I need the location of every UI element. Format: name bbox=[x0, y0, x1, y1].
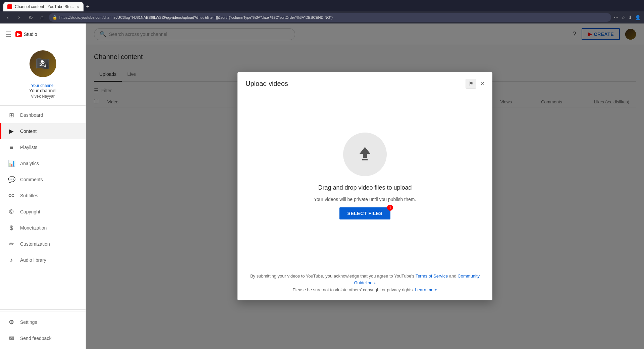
footer-line-1: By submitting your videos to YouTube, yo… bbox=[246, 273, 484, 287]
sidebar-item-label: Audio library bbox=[20, 257, 46, 263]
select-files-label: SELECT FILES bbox=[347, 211, 383, 216]
sidebar-item-playlists[interactable]: ≡ Playlists bbox=[0, 139, 86, 155]
subtitles-icon: CC bbox=[8, 193, 15, 198]
settings-icon: ⚙ bbox=[8, 318, 15, 326]
footer-line-2: Please be sure not to violate others' co… bbox=[246, 287, 484, 294]
sidebar-nav: ⊞ Dashboard ▶ Content ≡ Playlists 📊 Anal… bbox=[0, 107, 86, 308]
modal-close-button[interactable]: × bbox=[480, 80, 484, 88]
tab-bar: Channel content - YouTube Stu... × + bbox=[0, 0, 644, 11]
svg-rect-1 bbox=[362, 159, 368, 160]
send-feedback-icon: ✉ bbox=[8, 335, 15, 342]
comments-icon: 💬 bbox=[8, 176, 15, 183]
sidebar-item-analytics[interactable]: 📊 Analytics bbox=[0, 155, 86, 171]
tab-close-icon[interactable]: × bbox=[76, 4, 79, 9]
sidebar-item-monetization[interactable]: $ Monetization bbox=[0, 220, 86, 236]
sidebar-divider bbox=[0, 105, 86, 106]
sidebar-header: ☰ ▶ Studio bbox=[0, 23, 86, 45]
analytics-icon: 📊 bbox=[8, 160, 15, 167]
learn-more-link[interactable]: Learn more bbox=[415, 287, 437, 292]
sidebar-item-label: Copyright bbox=[20, 209, 40, 214]
sidebar-bottom-divider bbox=[0, 309, 86, 310]
sidebar-item-label: Dashboard bbox=[20, 112, 43, 118]
copyright-icon: © bbox=[8, 208, 15, 215]
sidebar-item-label: Monetization bbox=[20, 225, 47, 231]
sidebar-item-dashboard[interactable]: ⊞ Dashboard bbox=[0, 107, 86, 123]
download-icon[interactable]: ⬇ bbox=[628, 15, 632, 20]
upload-area: Drag and drop video files to upload Your… bbox=[314, 133, 416, 219]
sidebar-item-label: Content bbox=[20, 129, 37, 134]
new-tab-button[interactable]: + bbox=[86, 2, 90, 11]
sidebar-item-label: Settings bbox=[20, 319, 37, 325]
content-icon: ▶ bbox=[8, 128, 15, 135]
modal-overlay[interactable]: Upload videos ⚑ × bbox=[86, 23, 644, 349]
channel-avatar[interactable]: 🏴‍☠️ bbox=[30, 50, 56, 77]
hamburger-icon[interactable]: ☰ bbox=[5, 30, 11, 38]
refresh-button[interactable]: ↻ bbox=[26, 13, 35, 22]
select-files-badge: 1 bbox=[387, 205, 393, 211]
select-files-button[interactable]: SELECT FILES 1 bbox=[339, 207, 391, 219]
upload-modal: Upload videos ⚑ × bbox=[237, 72, 492, 300]
bookmark-icon[interactable]: ☆ bbox=[621, 15, 626, 20]
sidebar-item-label: Customization bbox=[20, 241, 50, 247]
upload-title: Drag and drop video files to upload bbox=[318, 184, 412, 191]
tab-title: Channel content - YouTube Stu... bbox=[15, 4, 74, 9]
main-content: 🔍 Search across your channel ? ▶ CREATE … bbox=[86, 23, 644, 349]
footer-text2: Please be sure not to violate others' co… bbox=[292, 287, 415, 292]
upload-arrow-svg bbox=[356, 145, 374, 164]
upload-arrow bbox=[356, 145, 374, 164]
modal-body: Drag and drop video files to upload Your… bbox=[237, 94, 492, 266]
profiles-icon[interactable]: 👤 bbox=[635, 15, 641, 20]
sidebar-item-subtitles[interactable]: CC Subtitles bbox=[0, 188, 86, 204]
modal-flag-button[interactable]: ⚑ bbox=[466, 79, 476, 89]
sidebar-item-label: Send feedback bbox=[20, 336, 51, 341]
audio-library-icon: ♪ bbox=[8, 257, 15, 264]
browser-chrome: Channel content - YouTube Stu... × + ‹ ›… bbox=[0, 0, 644, 23]
and-text: and bbox=[448, 273, 458, 279]
sidebar-item-label: Analytics bbox=[20, 161, 39, 166]
tos-link[interactable]: Terms of Service bbox=[416, 273, 448, 279]
upload-subtitle: Your videos will be private until you pu… bbox=[314, 197, 416, 202]
lock-icon: 🔒 bbox=[52, 15, 57, 20]
playlists-icon: ≡ bbox=[8, 144, 15, 151]
your-channel-link[interactable]: Your channel bbox=[31, 83, 55, 88]
browser-tab[interactable]: Channel content - YouTube Stu... × bbox=[3, 2, 84, 11]
home-button[interactable]: ⌂ bbox=[38, 13, 46, 22]
modal-header: Upload videos ⚑ × bbox=[237, 72, 492, 94]
sidebar-item-content[interactable]: ▶ Content bbox=[0, 123, 86, 139]
sidebar-item-copyright[interactable]: © Copyright bbox=[0, 204, 86, 220]
modal-header-actions: ⚑ × bbox=[466, 79, 484, 89]
sidebar-item-label: Subtitles bbox=[20, 193, 38, 198]
svg-marker-0 bbox=[360, 147, 370, 158]
nav-bar: ‹ › ↻ ⌂ 🔒 https://studio.youtube.com/cha… bbox=[0, 11, 644, 23]
modal-title: Upload videos bbox=[246, 80, 288, 88]
address-text: https://studio.youtube.com/channel/UC3Iu… bbox=[59, 15, 608, 19]
sidebar-item-comments[interactable]: 💬 Comments bbox=[0, 171, 86, 188]
extensions-icon[interactable]: ⋯ bbox=[614, 15, 619, 20]
monetization-icon: $ bbox=[8, 225, 15, 232]
nav-extras: ⋯ ☆ ⬇ 👤 bbox=[614, 15, 641, 20]
youtube-logo-icon: ▶ bbox=[15, 31, 22, 37]
address-bar[interactable]: 🔒 https://studio.youtube.com/channel/UC3… bbox=[49, 13, 611, 22]
sidebar: ☰ ▶ Studio 🏴‍☠️ Your channel Your channe… bbox=[0, 23, 86, 349]
sidebar-item-settings[interactable]: ⚙ Settings bbox=[0, 314, 86, 330]
sidebar-item-send-feedback[interactable]: ✉ Send feedback bbox=[0, 330, 86, 346]
sidebar-item-customization[interactable]: ✏ Customization bbox=[0, 236, 86, 252]
dashboard-icon: ⊞ bbox=[8, 111, 15, 119]
yt-studio-logo[interactable]: ▶ Studio bbox=[15, 31, 37, 37]
tab-favicon bbox=[7, 4, 12, 9]
app-container: ☰ ▶ Studio 🏴‍☠️ Your channel Your channe… bbox=[0, 23, 644, 349]
channel-info: 🏴‍☠️ Your channel Your channel Vivek Nay… bbox=[0, 45, 86, 104]
forward-button[interactable]: › bbox=[15, 13, 23, 22]
sidebar-item-label: Comments bbox=[20, 177, 43, 182]
sidebar-item-audio-library[interactable]: ♪ Audio library bbox=[0, 252, 86, 268]
footer-text: By submitting your videos to YouTube, yo… bbox=[250, 273, 416, 279]
back-button[interactable]: ‹ bbox=[3, 13, 12, 22]
studio-text: Studio bbox=[24, 32, 37, 37]
channel-name: Your channel bbox=[29, 88, 56, 93]
modal-footer: By submitting your videos to YouTube, yo… bbox=[237, 266, 492, 300]
upload-icon-circle bbox=[343, 133, 387, 176]
channel-username: Vivek Nayyar bbox=[31, 94, 54, 99]
customization-icon: ✏ bbox=[8, 240, 15, 248]
sidebar-item-label: Playlists bbox=[20, 145, 37, 150]
sidebar-bottom: ⚙ Settings ✉ Send feedback bbox=[0, 311, 86, 349]
